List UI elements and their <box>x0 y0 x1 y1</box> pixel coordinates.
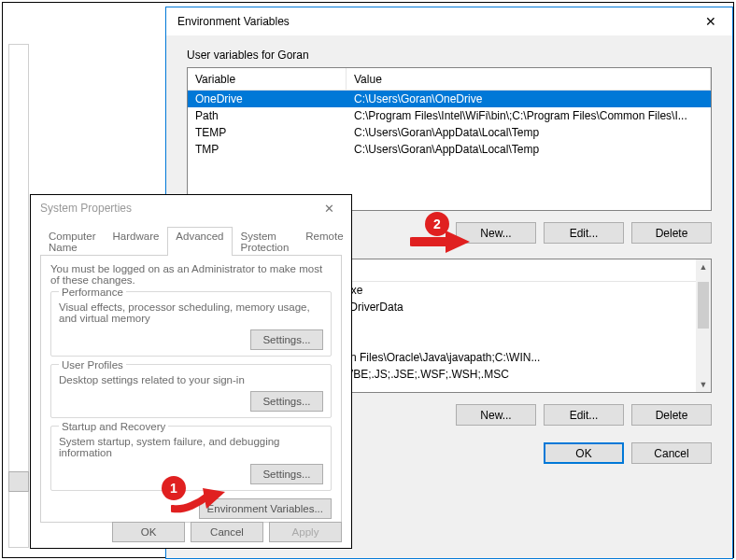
performance-desc: Visual effects, processor scheduling, me… <box>59 301 323 324</box>
tab-advanced[interactable]: Advanced <box>167 227 232 256</box>
performance-legend: Performance <box>59 287 126 298</box>
edit-sys-var-button[interactable]: Edit... <box>544 404 624 426</box>
cell-variable: OneDrive <box>188 92 347 105</box>
scroll-up-icon[interactable]: ▲ <box>696 259 711 274</box>
list-row[interactable]: Path C:\Program Files\Intel\WiFi\bin\;C:… <box>188 107 711 124</box>
cell-value: C:\Users\Goran\AppData\Local\Temp <box>347 126 711 139</box>
sys-ok-button[interactable]: OK <box>112 522 185 542</box>
edit-user-var-button[interactable]: Edit... <box>544 222 624 244</box>
env-title: Environment Variables <box>177 15 689 28</box>
env-titlebar: Environment Variables ✕ <box>166 7 732 35</box>
sys-dialog-buttons: OK Cancel Apply <box>112 522 342 542</box>
user-profiles-group: User Profiles Desktop settings related t… <box>50 364 332 418</box>
sys-titlebar: System Properties ✕ <box>31 195 351 221</box>
header-value[interactable]: Value <box>347 68 711 90</box>
system-properties-dialog: System Properties ✕ Computer Name Hardwa… <box>30 194 352 549</box>
startup-recovery-desc: System startup, system failure, and debu… <box>59 436 323 458</box>
user-profiles-settings-button[interactable]: Settings... <box>250 391 323 412</box>
delete-sys-var-button[interactable]: Delete <box>631 404 712 426</box>
list-row[interactable]: TEMP C:\Users\Goran\AppData\Local\Temp <box>188 124 711 141</box>
startup-recovery-legend: Startup and Recovery <box>59 421 168 432</box>
cell-value: C:\Users\Goran\AppData\Local\Temp <box>347 143 711 156</box>
delete-user-var-button[interactable]: Delete <box>631 222 712 244</box>
user-profiles-desc: Desktop settings related to your sign-in <box>59 374 323 385</box>
intro-text: You must be logged on as an Administrato… <box>50 263 332 286</box>
sys-apply-button[interactable]: Apply <box>269 522 342 542</box>
sys-client: Computer Name Hardware Advanced System P… <box>31 221 351 548</box>
tab-remote[interactable]: Remote <box>297 227 351 256</box>
environment-variables-button[interactable]: Environment Variables... <box>199 498 332 519</box>
cell-variable: Path <box>188 109 347 122</box>
cell-value: C:\Program Files\Intel\WiFi\bin\;C:\Prog… <box>347 109 711 122</box>
close-icon[interactable]: ✕ <box>310 195 347 221</box>
tab-system-protection[interactable]: System Protection <box>233 227 298 256</box>
close-icon[interactable]: ✕ <box>689 7 732 35</box>
background-dialog-button-slice <box>8 471 29 492</box>
user-profiles-legend: User Profiles <box>59 359 126 371</box>
cell-variable: TMP <box>188 143 347 156</box>
performance-settings-button[interactable]: Settings... <box>250 329 323 350</box>
ok-button[interactable]: OK <box>544 442 624 464</box>
scroll-thumb[interactable] <box>698 282 709 329</box>
cell-variable: TEMP <box>188 126 347 139</box>
new-sys-var-button[interactable]: New... <box>456 404 536 426</box>
list-row[interactable]: TMP C:\Users\Goran\AppData\Local\Temp <box>188 141 711 158</box>
scrollbar[interactable]: ▲ ▼ <box>696 259 711 392</box>
tab-computer-name[interactable]: Computer Name <box>40 227 105 256</box>
startup-recovery-settings-button[interactable]: Settings... <box>250 464 323 484</box>
performance-group: Performance Visual effects, processor sc… <box>50 291 332 357</box>
sys-cancel-button[interactable]: Cancel <box>191 522 263 542</box>
header-variable[interactable]: Variable <box>188 68 347 90</box>
tabs: Computer Name Hardware Advanced System P… <box>40 227 342 256</box>
user-variables-label: User variables for Goran <box>187 49 712 62</box>
startup-recovery-group: Startup and Recovery System startup, sys… <box>50 426 332 491</box>
advanced-tab-panel: You must be logged on as an Administrato… <box>40 256 342 523</box>
scroll-down-icon[interactable]: ▼ <box>696 377 711 392</box>
tab-hardware[interactable]: Hardware <box>105 227 168 256</box>
cell-value: C:\Users\Goran\OneDrive <box>347 92 711 105</box>
canvas: Environment Variables ✕ User variables f… <box>2 2 734 558</box>
sys-title: System Properties <box>40 202 310 215</box>
list-row[interactable]: OneDrive C:\Users\Goran\OneDrive <box>188 91 711 107</box>
list-header: Variable Value <box>188 68 711 91</box>
cancel-button[interactable]: Cancel <box>631 442 712 464</box>
new-user-var-button[interactable]: New... <box>456 222 536 244</box>
user-variables-list[interactable]: Variable Value OneDrive C:\Users\Goran\O… <box>187 67 712 211</box>
